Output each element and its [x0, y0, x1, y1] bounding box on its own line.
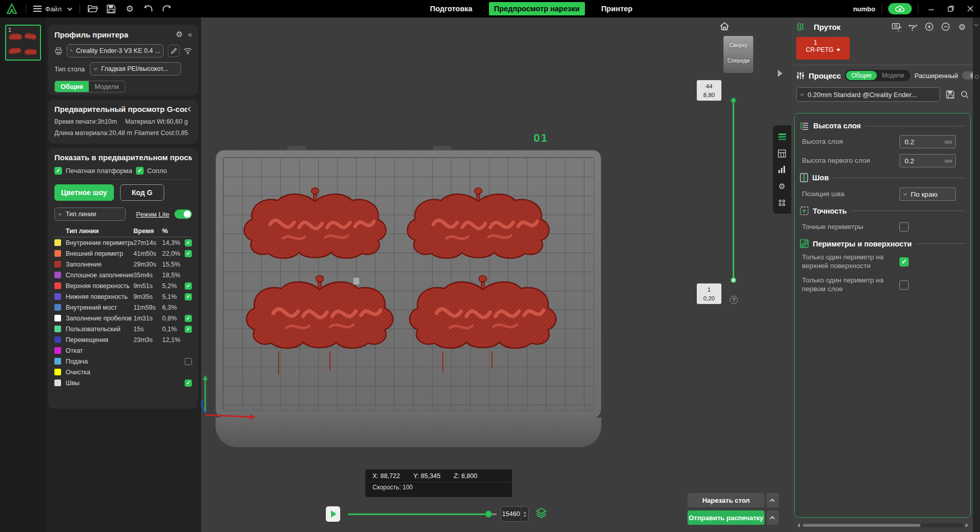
collapse-right-panel-button[interactable] [778, 70, 782, 77]
nozzle-checkbox[interactable] [136, 167, 144, 175]
file-menu[interactable]: Файл [33, 5, 62, 13]
open-folder-button[interactable] [87, 3, 99, 14]
line-type-row[interactable]: Подача [54, 356, 192, 367]
purge-faucet-icon[interactable] [907, 21, 918, 32]
close-button[interactable] [964, 3, 977, 15]
viewport-3d[interactable]: 01 Сверху Спереди 44 8,80 1 0,20 ? X: 88… [201, 17, 792, 532]
line-type-row[interactable]: Перемещения 23m3s 12,1% [54, 334, 192, 345]
input-value[interactable]: 0.2 [905, 138, 945, 146]
gcode-button[interactable]: Код G [120, 184, 165, 201]
undo-button[interactable] [143, 3, 154, 14]
hidden-tool-icon[interactable] [975, 75, 978, 79]
slice-plate-button[interactable]: Нарезать стол [688, 493, 765, 507]
wifi-icon[interactable] [184, 48, 192, 54]
add-filament-icon[interactable] [924, 21, 935, 32]
scroll-left-icon[interactable] [795, 523, 801, 527]
printer-select[interactable]: Creality Ender-3 V3 KE 0.4 ... [67, 44, 164, 58]
process-tab-general[interactable]: Общие [846, 71, 876, 80]
step-up-icon[interactable] [523, 511, 526, 514]
tab-general[interactable]: Общие [55, 81, 89, 92]
model-bottom-left[interactable] [237, 271, 402, 355]
layer-height-input[interactable]: 0.2 мм [899, 135, 956, 148]
line-type-row[interactable]: Внутренний мост 11m59s 6,3% [54, 302, 192, 313]
line-type-filter[interactable]: Тип линии [54, 207, 126, 221]
layer-slider-top-handle[interactable] [731, 98, 736, 103]
chart-view-icon[interactable] [778, 165, 786, 174]
remove-filament-icon[interactable] [940, 21, 951, 32]
preset-select[interactable]: 0.20mm Standard @Creality Ender... [796, 87, 940, 102]
redo-button[interactable] [161, 3, 172, 14]
model-top-right[interactable] [398, 184, 558, 265]
minimize-button[interactable] [925, 3, 938, 15]
tab-models[interactable]: Модели [89, 81, 124, 92]
input-value[interactable]: 0.2 [905, 157, 945, 165]
line-type-row[interactable]: Сплошное заполнение 35m4s 18,5% [54, 270, 192, 280]
slice-options-caret[interactable] [767, 493, 779, 507]
search-settings-icon[interactable] [961, 90, 969, 99]
model-top-left[interactable] [235, 184, 395, 265]
line-type-row[interactable]: Внутренние периметры 27m14s 14,3% [54, 237, 192, 248]
view-cube[interactable]: Сверху Спереди [723, 36, 753, 73]
send-print-button[interactable]: Отправить распечатку [688, 510, 765, 525]
platform-checkbox[interactable] [54, 167, 62, 175]
line-type-checkbox[interactable] [185, 379, 192, 387]
line-type-row[interactable]: Верхняя поверхность 9m51s 5,2% [54, 280, 192, 291]
lite-mode-toggle[interactable] [174, 210, 192, 219]
view-top-label[interactable]: Сверху [723, 42, 753, 48]
plate-thumbnail[interactable]: 1 [5, 25, 41, 61]
home-view-button[interactable] [719, 22, 730, 31]
line-type-checkbox[interactable] [185, 250, 192, 257]
grid-view-icon[interactable] [778, 149, 786, 158]
tab-preview[interactable]: Предпросмотр нарезки [489, 2, 585, 15]
horizontal-scrollbar[interactable] [795, 522, 970, 529]
line-type-view-icon[interactable] [778, 132, 787, 141]
edit-printer-button[interactable] [168, 45, 180, 57]
process-tab-models[interactable]: Модели [877, 71, 910, 80]
scroll-right-icon[interactable] [964, 523, 970, 527]
color-scheme-button[interactable]: Цветное шоу [54, 184, 114, 201]
line-type-checkbox[interactable] [185, 315, 192, 322]
step-value-box[interactable]: 15460 [501, 506, 528, 522]
filament-chip[interactable]: 1 CR-PETG [796, 37, 850, 60]
layer-slider-track[interactable] [733, 101, 734, 279]
line-type-row[interactable]: Внешний периметр 41m50s 22,0% [54, 248, 192, 259]
view-settings-gear-icon[interactable]: ⚙ [778, 182, 785, 191]
first-layer-height-input[interactable]: 0.2 мм [899, 154, 956, 167]
settings-gear-button[interactable]: ⚙ [124, 3, 135, 14]
restore-button[interactable] [944, 3, 957, 15]
lite-mode-link[interactable]: Режим Lite [136, 211, 169, 218]
view-front-label[interactable]: Спереди [723, 58, 753, 64]
line-type-checkbox[interactable] [185, 293, 192, 300]
step-value[interactable]: 15460 [501, 510, 521, 518]
layer-slider-bottom-handle[interactable] [731, 277, 736, 283]
filament-settings-gear-icon[interactable]: ⚙ [956, 21, 968, 32]
line-type-row[interactable]: Швы [54, 377, 192, 388]
tab-prepare[interactable]: Подготовка [425, 2, 478, 15]
line-type-row[interactable]: Пользовательский 15s 0,1% [54, 324, 192, 334]
profile-gear-icon[interactable]: ⚙ [176, 30, 183, 39]
line-type-row[interactable]: Очистка [54, 367, 192, 377]
step-down-icon[interactable] [523, 515, 526, 517]
ams-sync-icon[interactable] [891, 21, 902, 32]
send-options-caret[interactable] [767, 510, 779, 525]
chevron-left-icon[interactable] [188, 107, 193, 112]
line-type-row[interactable]: Нижняя поверхность 9m35s 5,1% [54, 291, 192, 302]
line-type-row[interactable]: Заполнение 29m30s 15,5% [54, 259, 192, 270]
help-icon[interactable]: ? [730, 296, 738, 304]
scrollbar-thumb[interactable] [802, 524, 920, 527]
bed-type-select[interactable]: Гладкая PEI/высокот... [90, 62, 181, 75]
chevron-down-icon[interactable] [974, 22, 978, 26]
single-wall-first-checkbox[interactable] [899, 280, 909, 290]
play-button[interactable] [326, 506, 340, 522]
line-type-checkbox[interactable] [185, 239, 192, 246]
line-type-checkbox[interactable] [185, 358, 192, 365]
line-type-row[interactable]: Откат [54, 345, 192, 356]
line-type-checkbox[interactable] [185, 326, 192, 333]
username[interactable]: numbo [853, 5, 875, 13]
line-type-row[interactable]: Заполнение пробелов 1m31s 0,8% [54, 313, 192, 324]
collapse-panel-icon[interactable]: « [188, 30, 192, 39]
chevron-down-icon[interactable] [67, 6, 72, 11]
more-views-icon[interactable] [778, 199, 786, 206]
step-stepper[interactable] [521, 507, 528, 521]
tab-printer[interactable]: Принтер [596, 2, 638, 15]
